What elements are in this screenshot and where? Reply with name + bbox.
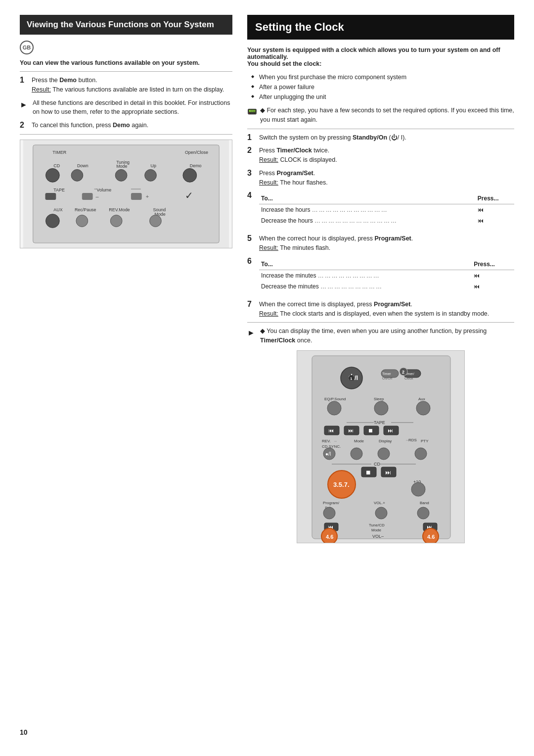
- svg-text:Mode: Mode: [354, 439, 364, 443]
- right-step-3-number: 3: [247, 169, 255, 178]
- divider-top-right: [247, 129, 514, 129]
- svg-text:⏹: ⏹: [368, 427, 373, 433]
- svg-text:Volume: Volume: [97, 188, 112, 192]
- step-1-number: 1: [20, 76, 28, 85]
- svg-point-33: [150, 215, 162, 227]
- right-step-7-result-label: Result:: [259, 310, 278, 317]
- svg-text:3.5.7.: 3.5.7.: [333, 481, 350, 488]
- right-remote-diagram: ⏻/I Timer On/Off Timer/ Clock 1: [297, 350, 465, 543]
- svg-point-31: [76, 215, 88, 227]
- svg-text:4.6: 4.6: [427, 534, 435, 540]
- step-6-table: To... Press... Increase the minutes ……………: [259, 259, 514, 292]
- right-step-1: 1 Switch the system on by pressing Stand…: [247, 133, 514, 142]
- svg-text:2: 2: [402, 370, 404, 375]
- svg-point-12: [115, 169, 127, 181]
- right-tip-2: ► ◆ You can display the time, even when …: [247, 327, 514, 345]
- svg-text:Program/: Program/: [323, 501, 340, 505]
- right-step-2: 2 Press Timer/Clock twice. Result: CLOCK…: [247, 146, 514, 165]
- right-step-6-number: 6: [247, 257, 255, 266]
- svg-text:⏭: ⏭: [388, 427, 393, 433]
- svg-text:Mode: Mode: [116, 164, 127, 169]
- svg-text:Mode: Mode: [371, 528, 382, 532]
- right-step-2-content: Press Timer/Clock twice. Result: CLOCK i…: [259, 146, 337, 165]
- svg-point-11: [71, 169, 83, 181]
- table-row: Decrease the hours ……………………………… ⏮: [259, 215, 514, 226]
- svg-point-14: [183, 168, 197, 182]
- svg-point-76: [378, 448, 390, 460]
- bullet-2: After a power failure: [253, 82, 514, 92]
- table-row: Increase the hours …………………………… ⏮: [259, 204, 514, 216]
- bullet-3: After unplugging the unit: [253, 92, 514, 102]
- divider-mid-right: [247, 322, 514, 323]
- step-4-row-1-action: Increase the hours ……………………………: [259, 204, 476, 216]
- svg-point-88: [411, 482, 425, 496]
- right-step-2-result-label: Result:: [259, 156, 278, 163]
- table-row: Increase the minutes ……………………… ⏮: [259, 270, 514, 281]
- svg-text:Tune/CD: Tune/CD: [369, 523, 385, 527]
- svg-point-10: [45, 168, 59, 182]
- svg-text:⏮: ⏮: [328, 427, 334, 433]
- tip-1-text: ◆ For each step, you have a few seconds …: [260, 106, 514, 125]
- svg-text:Clock: Clock: [404, 377, 413, 380]
- svg-text:✓: ✓: [185, 190, 193, 201]
- svg-point-52: [374, 401, 388, 415]
- step-6-col-press: Press...: [472, 259, 514, 270]
- divider-bottom-left: [20, 134, 232, 135]
- step-4-col-press: Press...: [476, 193, 514, 204]
- svg-text:On/Off: On/Off: [382, 377, 393, 380]
- right-step-1-content: Switch the system on by pressing Standby…: [259, 133, 406, 142]
- gb-badge: GB: [20, 41, 34, 54]
- divider-top-left: [20, 71, 232, 72]
- svg-text:Aux: Aux: [418, 397, 425, 401]
- svg-text:Band: Band: [420, 501, 429, 505]
- step-4-table: To... Press... Increase the hours …………………: [259, 193, 514, 226]
- step-1-content: Press the Demo button. Result: The vario…: [32, 76, 224, 94]
- right-step-5-content: When the correct hour is displayed, pres…: [259, 234, 413, 253]
- right-intro-text: Your system is equipped with a clock whi…: [247, 47, 500, 60]
- right-step-4-content: To... Press... Increase the hours …………………: [259, 191, 514, 230]
- right-column: Setting the Clock Your system is equippe…: [247, 15, 514, 718]
- right-step-3: 3 Press Program/Set. Result: The hour fl…: [247, 169, 514, 188]
- right-step-4-number: 4: [247, 191, 255, 200]
- should-set-label: You should set the clock:: [247, 60, 321, 67]
- left-note-1-text: All these functions are described in det…: [33, 98, 232, 117]
- right-step-3-content: Press Program/Set. Result: The hour flas…: [259, 169, 328, 188]
- table-row: Decrease the minutes ……………………… ⏮: [259, 281, 514, 292]
- left-step-2: 2 To cancel this function, press Demo ag…: [20, 121, 232, 130]
- svg-text:TAPE: TAPE: [53, 188, 65, 192]
- svg-point-77: [415, 448, 427, 460]
- svg-text:⏹: ⏹: [365, 469, 371, 476]
- arrow-icon-1: ►: [20, 99, 30, 111]
- svg-text:⏭: ⏭: [348, 427, 354, 433]
- svg-text:REV.: REV.: [322, 439, 331, 443]
- left-remote-diagram: TIMER Open/Close CD Down Tuning Mode Up …: [20, 140, 232, 248]
- svg-text:Display: Display: [379, 439, 392, 443]
- svg-point-13: [145, 169, 157, 181]
- svg-text:RDS: RDS: [408, 438, 417, 442]
- page-number: 10: [20, 728, 514, 736]
- right-step-6-content: To... Press... Increase the minutes ……………: [259, 257, 514, 296]
- svg-point-75: [351, 448, 362, 460]
- svg-text:4.6: 4.6: [326, 534, 333, 540]
- svg-text:Demo: Demo: [190, 163, 202, 168]
- right-step-5: 5 When the correct hour is displayed, pr…: [247, 234, 514, 253]
- svg-text:PTY: PTY: [421, 439, 429, 443]
- svg-text:Down: Down: [77, 163, 89, 168]
- step-4-row-1-press: ⏮: [476, 204, 514, 216]
- step-6-row-2-press: ⏮: [472, 281, 514, 292]
- svg-text:●/I: ●/I: [325, 451, 331, 457]
- left-remote-svg: TIMER Open/Close CD Down Tuning Mode Up …: [20, 140, 232, 248]
- svg-text:VOL.+: VOL.+: [374, 501, 385, 505]
- tip-2-text: ◆ You can display the time, even when yo…: [260, 327, 514, 345]
- right-step-5-number: 5: [247, 234, 255, 243]
- right-step-7: 7 When the correct time is displayed, pr…: [247, 300, 514, 319]
- svg-text:AUX: AUX: [53, 207, 62, 212]
- bullet-list: When you first purchase the micro compon…: [253, 72, 514, 102]
- step-2-number: 2: [20, 121, 28, 130]
- step-6-row-1-press: ⏮: [472, 270, 514, 281]
- right-intro: Your system is equipped with a clock whi…: [247, 47, 514, 67]
- svg-point-93: [323, 507, 335, 519]
- right-step-4: 4 To... Press... Increase the hours ……………: [247, 191, 514, 230]
- step-4-row-2-action: Decrease the hours ………………………………: [259, 215, 476, 226]
- step-6-row-2-action: Decrease the minutes ………………………: [259, 281, 472, 292]
